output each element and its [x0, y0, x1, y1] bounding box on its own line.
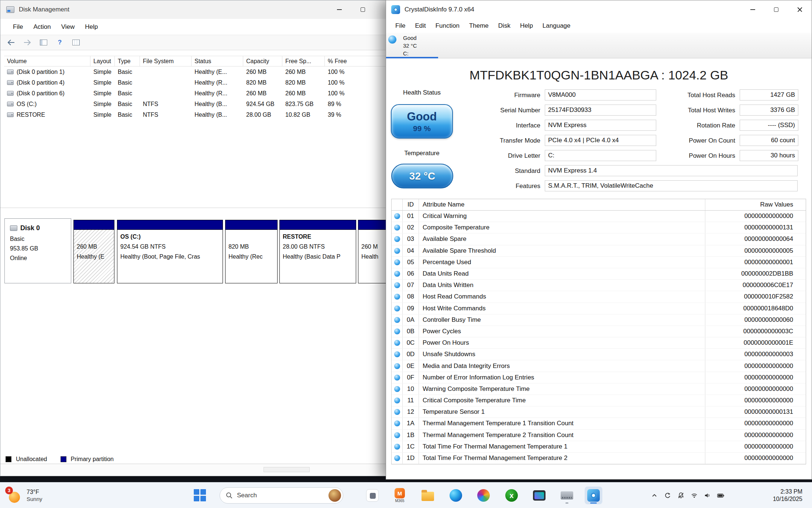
volume-row[interactable]: (Disk 0 partition 1) Simple Basic Health…: [4, 67, 386, 77]
smart-attribute-row: 0F Number of Error Information Log Entri…: [392, 372, 806, 383]
smart-attribute-row: 1A Thermal Management Temperature 1 Tran…: [392, 418, 806, 429]
cdi-menu-item[interactable]: Function: [431, 20, 464, 31]
help-button[interactable]: ?: [54, 37, 65, 48]
colorful-app-icon: [477, 489, 490, 502]
smart-attribute-name-cell: Warning Composite Temperature Time: [419, 383, 705, 395]
dm-menu-item[interactable]: Action: [28, 21, 56, 33]
dm-menu-item[interactable]: View: [56, 21, 80, 33]
partition-block-5[interactable]: 260 M Health: [358, 220, 386, 283]
battery-button[interactable]: [714, 483, 727, 508]
smart-id-cell: 05: [403, 257, 419, 268]
action-pane-button[interactable]: [70, 37, 82, 48]
update-tray-button[interactable]: [661, 483, 674, 508]
smart-attribute-name-cell: Number of Error Information Log Entries: [419, 372, 705, 383]
sync-icon: [664, 492, 671, 499]
partition-status: Healthy (Boot, Page File, Cras: [120, 252, 221, 262]
partition-block-3[interactable]: 820 MB Healthy (Rec: [225, 220, 278, 283]
disk0-panel[interactable]: Disk 0 Basic 953.85 GB Online: [4, 218, 71, 283]
forward-button[interactable]: [22, 37, 33, 48]
cdi-maximize-button[interactable]: [764, 0, 788, 19]
volume-row[interactable]: (Disk 0 partition 4) Simple Basic Health…: [4, 77, 386, 88]
smart-id-cell: 0F: [403, 372, 419, 383]
volume-name-cell: (Disk 0 partition 1): [4, 67, 90, 77]
volume-row[interactable]: (Disk 0 partition 6) Simple Basic Health…: [4, 88, 386, 99]
column-header-volume[interactable]: Volume: [4, 56, 90, 66]
volume-icon: [7, 112, 14, 117]
partition-color-bar: [280, 220, 356, 230]
info-value: 1427 GB: [740, 89, 798, 100]
do-not-disturb-button[interactable]: [674, 483, 688, 508]
file-system-cell: NTFS: [140, 99, 192, 109]
column-header-type[interactable]: Type: [115, 56, 140, 66]
smart-attribute-row: 03 Available Spare 00000000000064: [392, 233, 806, 245]
smart-id-cell: 01: [403, 211, 419, 222]
search-box[interactable]: Search: [220, 487, 343, 504]
disk-management-titlebar[interactable]: Disk Management: [0, 0, 386, 19]
volume-row[interactable]: OS (C:) Simple Basic NTFS Healthy (B... …: [4, 99, 386, 109]
smart-status-cell: [392, 303, 403, 314]
edge-button[interactable]: [447, 487, 465, 504]
cdi-minimize-button[interactable]: [741, 0, 764, 19]
partition-size: 260 M: [361, 242, 386, 252]
back-button[interactable]: [6, 37, 17, 48]
start-button[interactable]: [194, 489, 206, 502]
smart-raw-value-cell: 00000000000131: [705, 406, 806, 417]
column-header-file-system[interactable]: File System: [140, 56, 192, 66]
column-header-capacity[interactable]: Capacity: [243, 56, 282, 66]
cdi-menu-item[interactable]: Disk: [493, 20, 515, 31]
partition-legend: Unallocated Primary partition: [6, 456, 114, 463]
cdi-menu-item[interactable]: Theme: [464, 20, 493, 31]
console-tree-button[interactable]: [38, 37, 49, 48]
crystaldiskinfo-icon: [587, 489, 600, 502]
colorful-app-button[interactable]: [475, 487, 492, 504]
column-header-status[interactable]: Status: [192, 56, 243, 66]
column-header-layout[interactable]: Layout: [90, 56, 115, 66]
cdi-close-button[interactable]: [788, 0, 812, 19]
smart-status-cell: [392, 337, 403, 348]
desktop: Disk Management File Action View Help: [0, 0, 812, 508]
partition-block-os-c[interactable]: OS (C:) 924.54 GB NTFS Healthy (Boot, Pa…: [117, 220, 223, 283]
dm-menu-item[interactable]: File: [8, 21, 28, 33]
health-status-indicator: Good 99 %: [391, 104, 453, 139]
file-explorer-button[interactable]: [419, 487, 437, 504]
type-cell: Basic: [115, 109, 140, 120]
tray-overflow-button[interactable]: [648, 483, 661, 508]
network-button[interactable]: [688, 483, 701, 508]
column-header-pct-free[interactable]: % Free: [325, 56, 386, 66]
dm-minimize-button[interactable]: [327, 0, 351, 19]
smart-status-good-icon: [394, 282, 400, 288]
speaker-icon: [704, 492, 711, 499]
dm-maximize-button[interactable]: [351, 0, 375, 19]
type-cell: Basic: [115, 67, 140, 77]
smart-id-cell: 07: [403, 280, 419, 291]
type-cell: Basic: [115, 77, 140, 88]
monitor-app-button[interactable]: [530, 487, 548, 504]
weather-widget[interactable]: 3 73°F Sunny: [6, 483, 42, 508]
search-icon: [226, 492, 233, 499]
m365-copilot-button[interactable]: M M365: [391, 487, 409, 504]
cdi-menu-item[interactable]: File: [390, 20, 410, 31]
drive-tab-c[interactable]: Good 32 °C C:: [386, 33, 438, 58]
drive-tab-strip: Good 32 °C C:: [386, 33, 812, 58]
volume-row[interactable]: RESTORE Simple Basic NTFS Healthy (B... …: [4, 109, 386, 120]
xbox-button[interactable]: x: [503, 487, 520, 504]
partition-block-1[interactable]: 260 MB Healthy (E: [73, 220, 114, 283]
smart-id-cell: 1C: [403, 441, 419, 452]
column-header-free-space[interactable]: Free Sp...: [282, 56, 325, 66]
smart-raw-value-cell: 00000000000131: [705, 222, 806, 233]
pinned-app-1-button[interactable]: [364, 487, 381, 504]
dm-menu-item[interactable]: Help: [80, 21, 103, 33]
bell-off-icon: [677, 492, 685, 499]
disk-tool-button[interactable]: [558, 487, 576, 504]
taskbar-clock[interactable]: 2:33 PM 10/16/2025: [773, 483, 802, 508]
smart-id-cell: 0C: [403, 337, 419, 348]
crystaldiskinfo-taskbar-button[interactable]: [585, 487, 602, 504]
cdi-titlebar[interactable]: CrystalDiskInfo 9.7.0 x64: [386, 0, 812, 19]
cdi-menu-item[interactable]: Edit: [410, 20, 430, 31]
partition-block-restore[interactable]: RESTORE 28.00 GB NTFS Healthy (Basic Dat…: [279, 220, 356, 283]
smart-attribute-row: 10 Warning Composite Temperature Time 00…: [392, 383, 806, 395]
volume-button[interactable]: [701, 483, 714, 508]
cdi-menu-item[interactable]: Language: [538, 20, 575, 31]
cdi-menu-item[interactable]: Help: [515, 20, 538, 31]
smart-id-cell: 1B: [403, 430, 419, 441]
